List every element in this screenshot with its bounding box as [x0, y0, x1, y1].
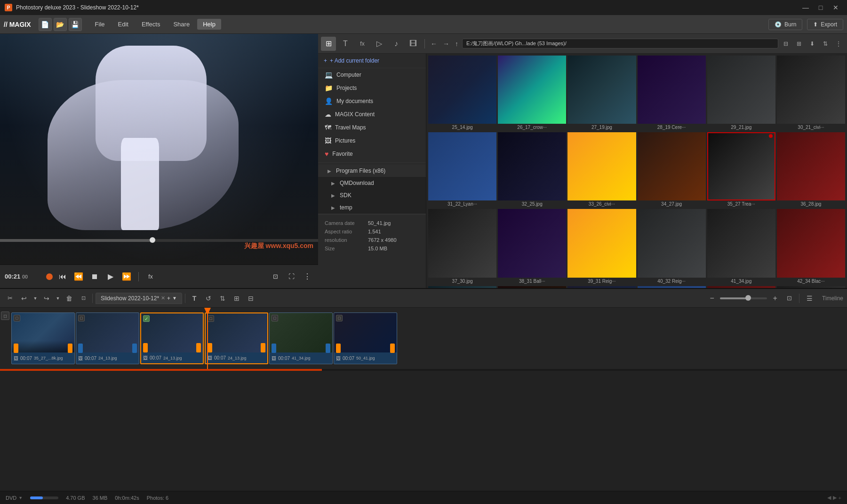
stop-button[interactable]: ⏹ [88, 271, 101, 283]
grid-button[interactable]: ⊞ [231, 292, 243, 304]
menu-edit[interactable]: Edit [112, 19, 134, 30]
list-item[interactable]: 26_17_crow··· [498, 56, 566, 131]
nav-up[interactable]: ↑ [453, 39, 460, 48]
tab-music[interactable]: ♪ [389, 37, 404, 51]
tab-add-button[interactable]: + [167, 295, 170, 302]
undo-button[interactable]: ↩ [18, 292, 30, 304]
clip-1-checkbox[interactable]: □ [14, 315, 20, 321]
redo-dropdown[interactable]: ▼ [55, 292, 61, 304]
burn-button[interactable]: 💿 Burn [768, 19, 802, 30]
prev-button[interactable]: ⏮ [56, 271, 69, 283]
title-button[interactable]: T [188, 292, 200, 304]
folder-my-documents[interactable]: 👤 My documents [318, 95, 426, 108]
clip-3[interactable]: ✓ 🖼 00:07 24_13.jpg [140, 312, 204, 364]
tab-close-button[interactable]: ✕ [161, 295, 165, 301]
menu-effects[interactable]: Effects [136, 19, 166, 30]
storyboard-button[interactable]: ⊡ [77, 292, 89, 304]
timeline-forward-icon[interactable]: ▶ [833, 495, 837, 501]
undo-dropdown[interactable]: ▼ [32, 292, 39, 304]
open-file-button[interactable]: 📂 [54, 18, 67, 31]
more-view-button[interactable]: ⋮ [833, 39, 844, 49]
list-item[interactable]: 43_35.jpg [428, 286, 496, 288]
minimize-button[interactable]: — [799, 3, 812, 12]
tab-grid[interactable]: ⊞ [321, 37, 336, 51]
clip-2-checkbox[interactable]: □ [78, 315, 85, 321]
clip-5-checkbox[interactable]: □ [272, 315, 278, 321]
folder-temp[interactable]: ▶ temp [318, 201, 426, 214]
timeline-tab[interactable]: Slideshow 2022-10-12* ✕ + ▼ [96, 293, 182, 304]
sort-button[interactable]: ⇅ [820, 39, 831, 49]
folder-travel-maps[interactable]: 🗺 Travel Maps [318, 121, 426, 134]
list-item[interactable]: 28_19 Cere··· [638, 56, 706, 131]
list-item[interactable]: 34_27.jpg [638, 132, 706, 208]
download-button[interactable]: ⬇ [807, 39, 818, 49]
list-item[interactable]: 兴趣屋 45_37.jpg [567, 286, 636, 288]
menu-share[interactable]: Share [168, 19, 195, 30]
fullscreen-button[interactable]: ⛶ [285, 271, 297, 283]
add-folder-button[interactable]: + + Add current folder [318, 54, 426, 68]
tab-media[interactable]: ▷ [372, 37, 387, 51]
zoom-in-button[interactable]: + [770, 293, 780, 304]
timeline-progress-bar[interactable] [0, 369, 847, 371]
save-file-button[interactable]: 💾 [69, 18, 82, 31]
tab-transition[interactable]: 🎞 [406, 37, 421, 51]
export-button[interactable]: ⬆ Export [807, 19, 843, 30]
tab-text[interactable]: T [338, 37, 353, 51]
list-item[interactable]: 39_31 Reig··· [567, 209, 636, 284]
list-item[interactable]: 36_28.jpg [777, 132, 845, 208]
clip-4[interactable]: □ 🖼 00:07 24_13.jpg [205, 312, 268, 364]
list-item[interactable]: 32_25.jpg [498, 132, 566, 208]
close-button[interactable]: ✕ [829, 3, 842, 12]
rewind-button[interactable]: ⏪ [72, 271, 85, 283]
zoom-slider[interactable] [720, 297, 767, 299]
thumb-view-button[interactable]: ⊞ [793, 39, 805, 49]
list-item[interactable]: 25_14.jpg [428, 56, 496, 131]
folder-computer[interactable]: 💻 Computer [318, 68, 426, 81]
play-button[interactable]: ▶ [104, 271, 117, 283]
format-selector[interactable]: DVD ▼ [6, 495, 23, 501]
folder-program-files[interactable]: ▶ Program Files (x86) [318, 165, 426, 177]
list-view-button[interactable]: ⊟ [780, 39, 791, 49]
folder-projects[interactable]: 📁 Projects [318, 81, 426, 95]
cut-button[interactable]: ✂ [4, 292, 16, 304]
folder-qmdownload[interactable]: ▶ QMDownload [318, 177, 426, 189]
clip-2[interactable]: □ 🖼 00:07 24_13.jpg [76, 312, 139, 364]
list-item[interactable]: 33_26_civi··· [567, 132, 636, 208]
folder-sdk[interactable]: ▶ SDK [318, 189, 426, 201]
list-item[interactable]: 27_19.jpg [567, 56, 636, 131]
nav-back[interactable]: ← [429, 39, 439, 48]
zoom-out-button[interactable]: − [707, 293, 717, 304]
nav-forward[interactable]: → [441, 39, 451, 48]
track-checkbox[interactable]: □ [1, 312, 9, 320]
list-item[interactable]: 47_37 Pray··· [638, 286, 706, 288]
list-item[interactable]: 35_27 Trea··· [707, 132, 775, 208]
rotate-left-button[interactable]: ↺ [202, 292, 215, 304]
redo-button[interactable]: ↪ [40, 292, 53, 304]
list-item[interactable]: 37_30.jpg [428, 209, 496, 284]
more-options-button[interactable]: ⋮ [301, 271, 313, 283]
list-item[interactable]: 41_34.jpg [707, 209, 775, 284]
list-item[interactable]: 44_36 Ashe··· [498, 286, 566, 288]
new-file-button[interactable]: 📄 [39, 18, 52, 31]
list-item[interactable]: 42_34 Blac··· [777, 209, 845, 284]
template-button[interactable]: ⊟ [245, 292, 257, 304]
move-button[interactable]: ⇅ [216, 292, 229, 304]
fast-forward-button[interactable]: ⏩ [120, 271, 133, 283]
titlebar-controls[interactable]: — □ ✕ [799, 3, 842, 12]
folder-pictures[interactable]: 🖼 Pictures [318, 134, 426, 147]
timeline-add-icon[interactable]: + [839, 495, 841, 501]
clip-5[interactable]: □ 🖼 00:07 41_34.jpg [269, 312, 333, 364]
list-item[interactable]: 31_22_Lyan··· [428, 132, 496, 208]
list-item[interactable]: 48_38.jpg [707, 286, 775, 288]
maximize-button[interactable]: □ [814, 3, 827, 12]
zoom-fit-button[interactable]: ⊡ [783, 292, 795, 304]
record-button[interactable] [46, 273, 53, 280]
menu-help[interactable]: Help [197, 19, 221, 30]
clip-6[interactable]: □ 🖼 00:07 50_41.jpg [334, 312, 397, 364]
clip-6-checkbox[interactable]: □ [336, 315, 343, 321]
clip-4-checkbox[interactable]: □ [208, 315, 214, 322]
timeline-back-icon[interactable]: ◀ [827, 495, 831, 501]
list-item[interactable]: 40_32 Reig··· [638, 209, 706, 284]
browser-path[interactable]: E:/鬼刀图画/(WLOP) Gh...lade (53 Images)/ [462, 39, 778, 48]
list-item[interactable]: 29_21.jpg [707, 56, 775, 131]
